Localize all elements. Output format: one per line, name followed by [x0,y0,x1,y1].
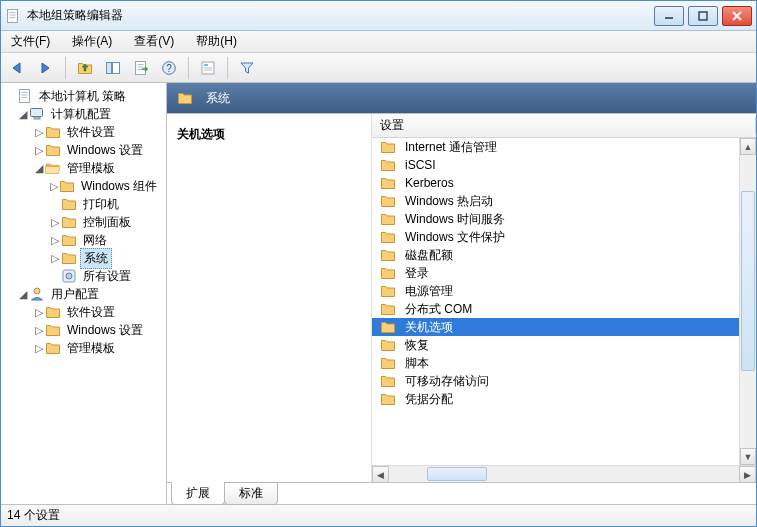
separator-icon [65,57,66,79]
svg-rect-18 [204,64,208,66]
tree-user-windows[interactable]: Windows 设置 [64,321,146,340]
menu-help[interactable]: 帮助(H) [192,31,241,52]
list-item-label: Kerberos [405,176,454,190]
tree-user-admin[interactable]: 管理模板 [64,339,118,358]
scroll-left-icon[interactable]: ◀ [372,466,389,483]
list-item-label: 脚本 [405,355,429,372]
scroll-thumb[interactable] [741,191,755,371]
expander-icon[interactable]: ▷ [49,180,59,193]
list-item[interactable]: Kerberos [372,174,739,192]
list-item-label: 登录 [405,265,429,282]
folder-icon [45,124,61,140]
scroll-thumb[interactable] [427,467,487,481]
scroll-up-icon[interactable]: ▲ [740,138,756,155]
help-button[interactable]: ? [156,56,182,80]
list-item-label: 电源管理 [405,283,453,300]
expander-icon[interactable]: ▷ [33,324,45,337]
pc-icon [29,106,45,122]
app-icon [5,8,21,24]
folder-icon [380,247,396,263]
up-button[interactable] [72,56,98,80]
tree-windows-settings[interactable]: Windows 设置 [64,141,146,160]
filter-button[interactable] [234,56,260,80]
menu-view[interactable]: 查看(V) [130,31,178,52]
folder-icon [61,232,77,248]
tree-system[interactable]: 系统 [80,248,112,269]
expander-icon[interactable]: ▷ [33,342,45,355]
scroll-down-icon[interactable]: ▼ [740,448,756,465]
close-button[interactable] [722,6,752,26]
menu-file[interactable]: 文件(F) [7,31,54,52]
list-item[interactable]: 磁盘配额 [372,246,739,264]
separator-icon [188,57,189,79]
tree-printers[interactable]: 打印机 [80,195,122,214]
expander-icon[interactable]: ▷ [33,144,45,157]
expander-icon[interactable]: ◢ [17,288,29,301]
header-title: 系统 [206,90,230,107]
menu-action[interactable]: 操作(A) [68,31,116,52]
list-item-label: 可移动存储访问 [405,373,489,390]
expander-icon[interactable]: ▷ [49,216,61,229]
expander-icon[interactable]: ▷ [49,252,61,265]
menubar: 文件(F) 操作(A) 查看(V) 帮助(H) [1,31,756,53]
export-list-button[interactable] [128,56,154,80]
minimize-button[interactable] [654,6,684,26]
scroll-right-icon[interactable]: ▶ [739,466,756,483]
expander-icon[interactable]: ◢ [33,162,45,175]
tree-software-settings[interactable]: 软件设置 [64,123,118,142]
status-bar: 14 个设置 [1,504,756,526]
list-item[interactable]: Internet 通信管理 [372,138,739,156]
horizontal-scrollbar[interactable]: ◀ ▶ [372,465,756,482]
folder-icon [380,175,396,191]
list-item[interactable]: 脚本 [372,354,739,372]
list-item[interactable]: 凭据分配 [372,390,739,408]
expander-icon[interactable]: ▷ [33,306,45,319]
tree-user-config[interactable]: 用户配置 [48,285,102,304]
list-item-label: Windows 热启动 [405,193,493,210]
folder-icon [45,322,61,338]
folder-icon [45,340,61,356]
properties-button[interactable] [195,56,221,80]
folder-icon [61,196,77,212]
list-item[interactable]: Windows 热启动 [372,192,739,210]
vertical-scrollbar[interactable]: ▲ ▼ [739,138,756,465]
list-item[interactable]: Windows 文件保护 [372,228,739,246]
column-header-settings[interactable]: 设置 [372,114,756,138]
svg-text:?: ? [166,63,172,74]
tree-windows-components[interactable]: Windows 组件 [78,177,160,196]
list-item-label: 凭据分配 [405,391,453,408]
back-button[interactable] [5,56,31,80]
detail-heading: 关机选项 [177,126,361,143]
list-item[interactable]: iSCSI [372,156,739,174]
tree-admin-templates[interactable]: 管理模板 [64,159,118,178]
tab-standard[interactable]: 标准 [224,482,278,505]
folder-icon [380,283,396,299]
folder-icon [380,211,396,227]
list-item[interactable]: 登录 [372,264,739,282]
list-item-label: Windows 文件保护 [405,229,505,246]
expander-icon[interactable]: ◢ [17,108,29,121]
folder-icon [61,250,77,266]
folder-open-icon [45,160,61,176]
expander-icon[interactable]: ▷ [49,234,61,247]
tree-root[interactable]: 本地计算机 策略 [36,87,129,106]
list-item[interactable]: 恢复 [372,336,739,354]
list-item[interactable]: 电源管理 [372,282,739,300]
tab-extension[interactable]: 扩展 [171,482,225,505]
show-hide-tree-button[interactable] [100,56,126,80]
tree-control-panel[interactable]: 控制面板 [80,213,134,232]
list-item[interactable]: 分布式 COM [372,300,739,318]
forward-button[interactable] [33,56,59,80]
policy-icon [17,88,33,104]
list-item[interactable]: Windows 时间服务 [372,210,739,228]
folder-icon [61,214,77,230]
tree-computer-config[interactable]: 计算机配置 [48,105,114,124]
expander-icon[interactable]: ▷ [33,126,45,139]
list-item[interactable]: 关机选项 [372,318,739,336]
list-item[interactable]: 可移动存储访问 [372,372,739,390]
tree-user-software[interactable]: 软件设置 [64,303,118,322]
maximize-button[interactable] [688,6,718,26]
list-item-label: 磁盘配额 [405,247,453,264]
folder-icon [45,142,61,158]
tree-all-settings[interactable]: 所有设置 [80,267,134,286]
